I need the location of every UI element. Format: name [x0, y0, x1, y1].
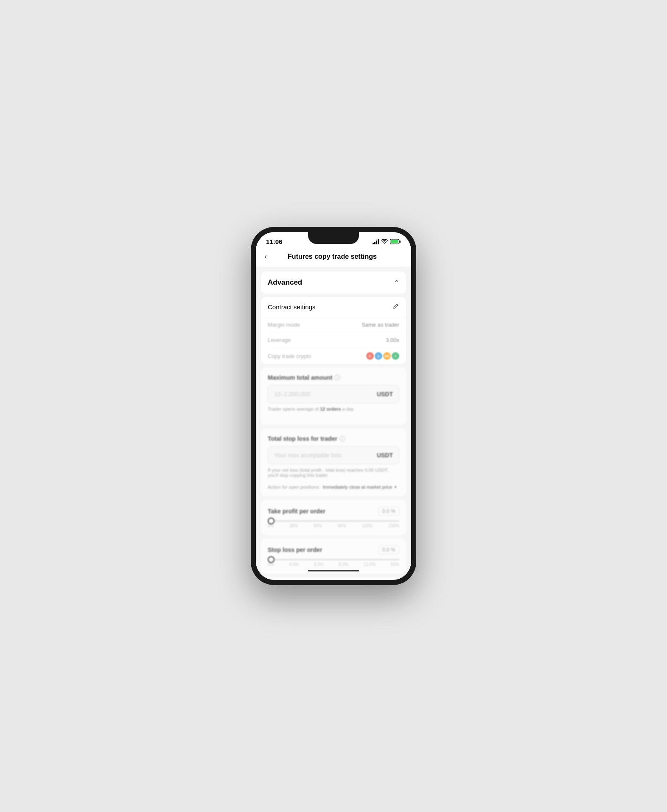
home-indicator — [308, 570, 359, 571]
stop-loss-label-4: 12.0% — [364, 562, 376, 567]
take-profit-slider[interactable] — [268, 520, 399, 522]
margin-mode-row: Margin mode Same as trader — [268, 317, 399, 333]
action-value[interactable]: Immediately close at market price — [323, 484, 392, 490]
crypto-icon-1: C — [366, 352, 374, 360]
battery-icon — [390, 239, 401, 244]
advanced-title: Advanced — [268, 278, 302, 287]
stop-loss-placeholder: Your max acceptable loss — [274, 452, 342, 459]
total-stop-loss-section[interactable]: Total stop loss for trader i Your max ac… — [261, 428, 406, 496]
margin-mode-value: Same as trader — [362, 322, 399, 328]
stop-loss-per-order-value-box: 0.0 % — [378, 545, 399, 554]
take-profit-labels: 0% 30% 60% 90% 120% 150% — [268, 524, 399, 528]
phone-frame: 11:06 — [251, 227, 416, 585]
edit-icon[interactable] — [392, 303, 399, 311]
phone-screen: 11:06 — [256, 232, 411, 580]
crypto-icons: C e OC + — [366, 352, 399, 360]
action-label: Action for open positions: — [268, 484, 320, 490]
header: ‹ Futures copy trade settings — [256, 247, 411, 267]
take-profit-label-1: 30% — [289, 524, 298, 528]
take-profit-label-4: 120% — [362, 524, 373, 528]
svg-rect-1 — [400, 241, 401, 243]
max-total-label: Maximum total amount i — [268, 374, 399, 381]
terms-section[interactable]: I've read and agreed with Copy Trading S… — [261, 577, 406, 580]
take-profit-label-2: 60% — [314, 524, 322, 528]
max-total-hint: Trader opens average of 12 orders a day — [268, 406, 399, 412]
take-profit-value-box: 0.0 % — [378, 507, 399, 516]
max-total-input[interactable]: 10–2,000,000 USDT — [268, 385, 399, 403]
take-profit-label-3: 90% — [338, 524, 346, 528]
leverage-row: Leverage 3.00x — [268, 333, 399, 348]
dropdown-arrow-icon[interactable]: ▾ — [395, 485, 397, 489]
take-profit-title: Take profit per order — [268, 508, 325, 515]
stop-loss-input[interactable]: Your max acceptable loss USDT — [268, 446, 399, 464]
copy-crypto-label: Copy trade crypto — [268, 353, 311, 359]
take-profit-label-5: 150% — [388, 524, 399, 528]
back-button[interactable]: ‹ — [264, 252, 267, 261]
stop-loss-per-order-slider[interactable] — [268, 559, 399, 560]
scroll-content[interactable]: Advanced ⌃ Contract settings — [256, 267, 411, 580]
leverage-label: Leverage — [268, 337, 291, 343]
status-time: 11:06 — [266, 238, 282, 245]
max-total-placeholder: 10–2,000,000 — [274, 391, 311, 398]
chevron-up-icon[interactable]: ⌃ — [394, 279, 399, 287]
take-profit-thumb[interactable] — [268, 518, 275, 524]
stop-loss-per-order-thumb[interactable] — [268, 556, 275, 563]
stop-loss-label-5: 50% — [391, 562, 399, 567]
leverage-value: 3.00x — [386, 337, 399, 343]
crypto-icon-3: OC — [383, 352, 391, 360]
wifi-icon — [381, 239, 388, 244]
contract-section[interactable]: Contract settings Margin mode Same as tr… — [261, 297, 406, 364]
signal-icon — [373, 239, 379, 244]
crypto-icon-4: + — [392, 352, 399, 360]
margin-mode-label: Margin mode — [268, 322, 300, 328]
take-profit-section[interactable]: Take profit per order 0.0 % 0% 30% 60% 9… — [261, 500, 406, 535]
notch — [308, 232, 359, 244]
stop-loss-label: Total stop loss for trader i — [268, 435, 399, 442]
contract-header[interactable]: Contract settings — [261, 297, 406, 317]
stop-loss-per-order-title: Stop loss per order — [268, 546, 322, 553]
crypto-icon-2: e — [375, 352, 382, 360]
stop-loss-label-2: 6.0% — [314, 562, 324, 567]
take-profit-header: Take profit per order 0.0 % — [268, 507, 399, 516]
info-icon-max: i — [334, 375, 340, 381]
contract-title: Contract settings — [268, 303, 316, 311]
info-icon-stop-loss: i — [339, 436, 345, 442]
svg-rect-2 — [391, 240, 398, 244]
stop-loss-label-3: 8.0% — [339, 562, 348, 567]
stop-loss-per-order-header: Stop loss per order 0.0 % — [268, 545, 399, 554]
status-icons — [373, 239, 401, 244]
action-row[interactable]: Action for open positions: Immediately c… — [268, 484, 399, 490]
maximum-total-amount-section[interactable]: Maximum total amount i 10–2,000,000 USDT… — [261, 367, 406, 425]
contract-rows: Margin mode Same as trader Leverage 3.00… — [261, 317, 406, 364]
advanced-section[interactable]: Advanced ⌃ — [261, 272, 406, 294]
stop-loss-per-order-labels: 0% 4.0% 6.0% 8.0% 12.0% 50% — [268, 562, 399, 567]
page-title: Futures copy trade settings — [272, 253, 392, 260]
stop-loss-per-order-section[interactable]: Stop loss per order 0.0 % 0% 4.0% 6.0% 8… — [261, 538, 406, 574]
stop-loss-hint: If your net loss (total profit - total l… — [268, 468, 399, 478]
stop-loss-unit: USDT — [377, 452, 393, 459]
advanced-header[interactable]: Advanced ⌃ — [261, 272, 406, 294]
copy-crypto-row: Copy trade crypto C e OC + — [268, 348, 399, 364]
stop-loss-label-1: 4.0% — [289, 562, 299, 567]
max-total-unit: USDT — [377, 391, 393, 398]
